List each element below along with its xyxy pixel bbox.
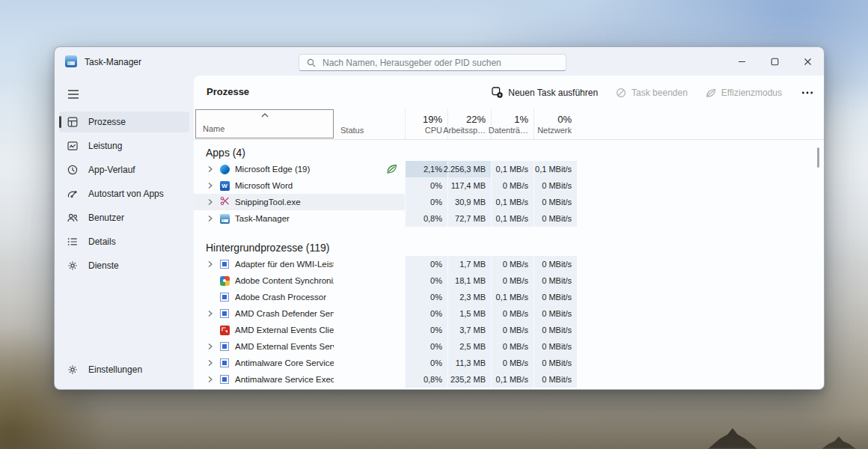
close-button[interactable] <box>791 47 824 76</box>
adobe-app-icon <box>219 275 230 286</box>
process-network-value: 0 MBit/s <box>534 338 577 355</box>
expand-chevron-icon[interactable] <box>207 343 216 350</box>
process-status-cell <box>334 272 405 289</box>
process-name: Microsoft Word <box>235 181 293 190</box>
sidebar-item-einstellungen[interactable]: Einstellungen <box>59 359 189 380</box>
column-label-name: Name <box>203 124 224 133</box>
sidebar-item-label: Leistung <box>88 141 122 151</box>
process-row[interactable]: Antimalware Service Executable0,8%235,2 … <box>194 371 824 388</box>
column-header-status[interactable]: Status <box>340 126 364 135</box>
process-name-cell[interactable]: AMD External Events Service … <box>194 338 334 355</box>
process-cpu-value: 0% <box>405 338 447 355</box>
process-name-cell[interactable]: Adobe Content Synchronizer (… <box>194 272 334 289</box>
process-name: AMD External Events Client M… <box>235 326 334 335</box>
run-new-task-button[interactable]: Neuen Task ausführen <box>492 87 598 98</box>
network-total: 0% <box>557 114 572 125</box>
hamburger-icon <box>67 89 79 100</box>
process-network-value: 0 MBit/s <box>534 210 577 227</box>
generic-app-icon <box>219 259 230 269</box>
process-status-cell <box>334 371 405 388</box>
generic-app-icon <box>219 374 230 385</box>
process-name: Adobe Content Synchronizer (… <box>235 276 334 285</box>
process-row[interactable]: AMD External Events Client M…0%3,7 MB0 M… <box>194 322 824 338</box>
group-header: Hintergrundprozesse (119) <box>194 235 824 256</box>
sidebar-item-dienste[interactable]: Dienste <box>59 255 189 276</box>
minimize-icon <box>738 58 746 66</box>
process-disk-value: 0 MB/s <box>491 272 534 289</box>
process-name-cell[interactable]: Antimalware Service Executable <box>194 371 334 388</box>
process-row[interactable]: Adobe Content Synchronizer (…0%18,1 MB0 … <box>194 272 824 289</box>
sidebar-item-prozesse[interactable]: Prozesse <box>59 112 189 132</box>
sidebar-item-label: App-Verlauf <box>88 165 135 175</box>
cpu-total: 19% <box>423 114 442 125</box>
sidebar-item-label: Details <box>88 236 116 247</box>
window-title: Task-Manager <box>85 57 141 67</box>
expand-chevron-icon[interactable] <box>207 376 216 383</box>
process-name-cell[interactable]: Adapter für den WMI-Leistung… <box>194 256 334 272</box>
process-name-cell[interactable]: Microsoft Edge (19) <box>194 161 334 177</box>
process-status-cell <box>334 289 405 305</box>
expand-chevron-icon[interactable] <box>207 198 216 206</box>
process-memory-value: 11,3 MB <box>447 355 491 371</box>
sidebar-item-benutzer[interactable]: Benutzer <box>59 207 189 228</box>
process-disk-value: 0,1 MB/s <box>491 161 534 177</box>
process-name-cell[interactable]: AMD Crash Defender Service <box>194 305 334 322</box>
word-app-icon: W <box>219 180 230 191</box>
generic-app-icon <box>219 341 230 352</box>
process-row[interactable]: Adobe Crash Processor0%2,3 MB0,1 MB/s0 M… <box>194 289 824 305</box>
sidebar-item-autostart-von-apps[interactable]: Autostart von Apps <box>59 183 189 204</box>
process-row[interactable]: Microsoft Edge (19)2,1%2.256,3 MB0,1 MB/… <box>194 161 824 177</box>
expand-chevron-icon[interactable] <box>207 260 216 268</box>
process-name-cell[interactable]: AMD External Events Client M… <box>194 322 334 338</box>
process-row[interactable]: AMD External Events Service …0%2,5 MB0 M… <box>194 338 824 355</box>
expand-chevron-icon[interactable] <box>207 359 216 367</box>
column-header-network[interactable]: 0% Netzwerk <box>534 109 577 139</box>
column-header-memory[interactable]: 22% Arbeitssp… <box>447 109 491 139</box>
services-icon <box>67 260 79 272</box>
process-cpu-value: 0% <box>405 322 447 338</box>
process-row[interactable]: Task-Manager0,8%72,7 MB0,1 MB/s0 MBit/s <box>194 210 824 227</box>
sidebar-item-details[interactable]: Details <box>59 231 189 252</box>
process-name-cell[interactable]: Adobe Crash Processor <box>194 289 334 305</box>
process-row[interactable]: SnippingTool.exe0%30,9 MB0,1 MB/s0 MBit/… <box>194 194 824 210</box>
column-header-name[interactable]: Name <box>195 109 334 138</box>
expand-chevron-icon[interactable] <box>207 165 216 173</box>
process-network-value: 0 MBit/s <box>534 177 577 194</box>
process-network-value: 0 MBit/s <box>534 272 577 289</box>
efficiency-mode-button[interactable]: Effizienzmodus <box>706 88 782 98</box>
maximize-button[interactable] <box>758 47 791 76</box>
process-name-cell[interactable]: Antimalware Core Service <box>194 355 334 371</box>
more-options-button[interactable] <box>800 88 815 98</box>
process-network-value: 0 MBit/s <box>534 289 577 305</box>
minimize-button[interactable] <box>725 47 758 76</box>
process-disk-value: 0 MB/s <box>491 338 534 355</box>
process-name-cell[interactable]: SnippingTool.exe <box>194 194 334 210</box>
search-icon <box>307 58 316 67</box>
process-memory-value: 18,1 MB <box>447 272 491 289</box>
sidebar-item-leistung[interactable]: Leistung <box>59 135 189 156</box>
process-row[interactable]: AMD Crash Defender Service0%1,5 MB0 MB/s… <box>194 305 824 322</box>
process-name-cell[interactable]: Task-Manager <box>194 210 334 227</box>
process-status-cell <box>334 355 405 371</box>
end-task-button[interactable]: Task beenden <box>616 88 688 98</box>
process-name-cell[interactable]: WMicrosoft Word <box>194 177 334 194</box>
process-row[interactable]: Antimalware Core Service0%11,3 MB0 MB/s0… <box>194 355 824 371</box>
process-memory-value: 72,7 MB <box>447 210 491 227</box>
process-memory-value: 30,9 MB <box>447 194 491 210</box>
column-header-cpu[interactable]: 19% CPU <box>405 109 447 139</box>
navigation-menu-button[interactable] <box>62 85 85 104</box>
sidebar-nav-bottom: Einstellungen <box>59 359 189 383</box>
sidebar-item-app-verlauf[interactable]: App-Verlauf <box>59 159 189 180</box>
expand-chevron-icon[interactable] <box>207 215 216 222</box>
process-row[interactable]: WMicrosoft Word0%117,4 MB0 MB/s0 MBit/s <box>194 177 824 194</box>
scrollbar-thumb[interactable] <box>817 147 819 168</box>
column-header-disk[interactable]: 1% Datenträ… <box>491 109 534 139</box>
expand-chevron-icon[interactable] <box>207 310 216 317</box>
titlebar[interactable]: Task-Manager Nach Namen, Herausgeber ode… <box>55 47 824 76</box>
process-row[interactable]: Adapter für den WMI-Leistung…0%1,7 MB0 M… <box>194 256 824 272</box>
generic-app-icon <box>219 292 230 302</box>
search-input[interactable]: Nach Namen, Herausgeber oder PID suchen <box>299 54 566 71</box>
expand-chevron-icon[interactable] <box>207 182 216 189</box>
process-name: Task-Manager <box>235 214 290 223</box>
sidebar-item-label: Dienste <box>88 260 119 271</box>
